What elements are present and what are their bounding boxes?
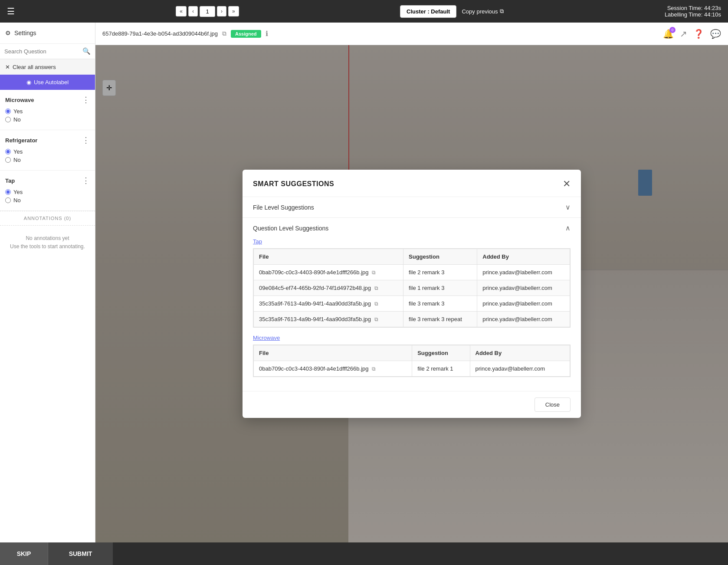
copy-icon-mw1[interactable]: ⧉ (372, 366, 376, 372)
question-level-label: Question Level Suggestions (253, 225, 328, 232)
modal-footer: Close (243, 391, 581, 418)
tap-table-container[interactable]: File Suggestion Added By 0bab709c-c0c3-4… (253, 248, 571, 328)
question-refrigerator-menu[interactable]: ⋮ (82, 135, 90, 145)
modal-close-button[interactable]: ✕ (563, 178, 571, 190)
chat-icon[interactable]: 💬 (710, 29, 721, 39)
bottom-bar: SKIP SUBMIT (0, 542, 728, 565)
tap-row2-addedby: prince.yadav@labellerr.com (477, 280, 570, 296)
question-section-tap: Tap ⋮ Yes No (0, 171, 95, 211)
tap-row4-suggestion: file 3 remark 3 repeat (403, 312, 477, 327)
submit-button[interactable]: SUBMIT (48, 542, 113, 565)
question-section-refrigerator: Refrigerator ⋮ Yes No (0, 130, 95, 171)
copy-icon-4[interactable]: ⧉ (374, 316, 378, 322)
tap-yes-option[interactable]: Yes (5, 189, 90, 195)
settings-icon: ⚙ (5, 30, 11, 36)
modal-overlay: SMART SUGGESTIONS ✕ File Level Suggestio… (95, 45, 728, 542)
tap-col-addedby: Added By (477, 249, 570, 265)
smart-suggestions-modal: SMART SUGGESTIONS ✕ File Level Suggestio… (243, 170, 581, 418)
info-icon[interactable]: ℹ (266, 30, 268, 38)
copy-previous-button[interactable]: Copy previous ⧉ (462, 8, 503, 15)
microwave-subsection-label[interactable]: Microwave (253, 335, 571, 341)
question-tap-menu[interactable]: ⋮ (82, 176, 90, 185)
clear-all-button[interactable]: ✕ Clear all answers (0, 59, 95, 75)
mw-col-addedby: Added By (470, 345, 570, 361)
sidebar: ⚙ Settings 🔍 ✕ Clear all answers ◉ Use A… (0, 23, 95, 542)
tap-no-option[interactable]: No (5, 197, 90, 204)
modal-header: SMART SUGGESTIONS ✕ (243, 170, 581, 197)
modal-body: File Level Suggestions ∨ Question Level … (243, 197, 581, 391)
nav-prev-btn[interactable]: ‹ (188, 6, 198, 16)
notification-icon[interactable]: 🔔 0 (663, 29, 674, 39)
nav-last-btn[interactable]: » (228, 6, 239, 16)
microwave-yes-option[interactable]: Yes (5, 108, 90, 115)
tap-col-suggestion: Suggestion (403, 249, 477, 265)
search-input[interactable] (4, 48, 82, 55)
assigned-badge: Assigned (231, 30, 261, 38)
copy-icon-2[interactable]: ⧉ (374, 285, 378, 291)
copy-icon: ⧉ (500, 8, 504, 15)
question-level-chevron: ∧ (565, 224, 571, 232)
top-bar-left: ☰ (7, 6, 15, 16)
session-info: Session Time: 44:23s Labelling Time: 44:… (665, 5, 721, 18)
annotations-label: ANNOTATIONS (0) (0, 211, 95, 226)
tap-row1-addedby: prince.yadav@labellerr.com (477, 265, 570, 280)
image-area: ✛ SMART SUGGESTIONS ✕ File Level Suggest… (95, 45, 728, 542)
notification-badge: 0 (669, 27, 676, 33)
table-row: 0bab709c-c0c3-4403-890f-a4e1dfff266b.jpg… (254, 265, 570, 280)
refrigerator-no-option[interactable]: No (5, 157, 90, 163)
close-icon: ✕ (5, 64, 10, 70)
microwave-no-option[interactable]: No (5, 116, 90, 123)
nav-first-btn[interactable]: « (176, 6, 187, 16)
question-section-microwave: Microwave ⋮ Yes No (0, 90, 95, 130)
microwave-table-container[interactable]: File Suggestion Added By 0bab709c-c0c3-4… (253, 345, 571, 377)
settings-row[interactable]: ⚙ Settings (0, 23, 95, 44)
close-button[interactable]: Close (535, 397, 571, 412)
file-header: 657de889-79a1-4e3e-b054-ad3d09044b6f.jpg… (95, 23, 728, 45)
question-level-content: Tap File Suggestion Added By (243, 238, 581, 391)
refrigerator-yes-option[interactable]: Yes (5, 148, 90, 155)
file-level-chevron: ∨ (565, 203, 571, 211)
menu-icon[interactable]: ☰ (7, 6, 15, 16)
table-row: 35c35a9f-7613-4a9b-94f1-4aa90dd3fa5b.jpg… (254, 312, 570, 327)
nav-next-btn[interactable]: › (217, 6, 226, 16)
file-level-section-header[interactable]: File Level Suggestions ∨ (243, 197, 581, 218)
top-bar-center: « ‹ › » (176, 6, 239, 17)
no-annotations: No annotations yet Use the tools to star… (0, 226, 95, 260)
help-icon[interactable]: ❓ (693, 29, 704, 39)
mw-row1-file: 0bab709c-c0c3-4403-890f-a4e1dfff266b.jpg… (254, 361, 412, 377)
modal-title: SMART SUGGESTIONS (253, 180, 334, 188)
tap-row4-addedby: prince.yadav@labellerr.com (477, 312, 570, 327)
copy-icon-1[interactable]: ⧉ (372, 269, 376, 276)
file-header-icons: 🔔 0 ↗ ❓ 💬 (663, 29, 721, 39)
table-row: 09e084c5-ef74-465b-92fd-74f1d4972b48.jpg… (254, 280, 570, 296)
cluster-button[interactable]: Cluster : Default (400, 5, 456, 18)
tap-row1-suggestion: file 2 remark 3 (403, 265, 477, 280)
question-level-section-header[interactable]: Question Level Suggestions ∧ (243, 218, 581, 238)
share-icon[interactable]: ↗ (680, 29, 687, 39)
autolabel-icon: ◉ (26, 79, 31, 85)
question-microwave-menu[interactable]: ⋮ (82, 95, 90, 105)
mw-col-file: File (254, 345, 412, 361)
table-row: 0bab709c-c0c3-4403-890f-a4e1dfff266b.jpg… (254, 361, 570, 377)
copy-icon-3[interactable]: ⧉ (374, 301, 378, 307)
search-icon: 🔍 (82, 47, 91, 55)
tap-table: File Suggestion Added By 0bab709c-c0c3-4… (253, 249, 570, 327)
mw-col-suggestion: Suggestion (412, 345, 470, 361)
tap-row1-file: 0bab709c-c0c3-4403-890f-a4e1dfff266b.jpg… (254, 265, 403, 280)
mw-row1-suggestion: file 2 remark 1 (412, 361, 470, 377)
page-number-input[interactable] (200, 6, 215, 17)
table-row: 35c35a9f-7613-4a9b-94f1-4aa90dd3fa5b.jpg… (254, 296, 570, 312)
tap-subsection-label[interactable]: Tap (253, 238, 571, 245)
mw-row1-addedby: prince.yadav@labellerr.com (470, 361, 570, 377)
main-area: 657de889-79a1-4e3e-b054-ad3d09044b6f.jpg… (95, 23, 728, 542)
copy-file-icon[interactable]: ⧉ (222, 30, 226, 37)
top-bar: ☰ « ‹ › » Cluster : Default Copy previou… (0, 0, 728, 23)
microwave-table: File Suggestion Added By 0bab709c-c0c3-4… (253, 345, 570, 377)
tap-row2-file: 09e084c5-ef74-465b-92fd-74f1d4972b48.jpg… (254, 280, 403, 296)
tap-row3-addedby: prince.yadav@labellerr.com (477, 296, 570, 312)
autolabel-button[interactable]: ◉ Use Autolabel (0, 75, 95, 90)
tap-row3-file: 35c35a9f-7613-4a9b-94f1-4aa90dd3fa5b.jpg… (254, 296, 403, 312)
file-level-label: File Level Suggestions (253, 204, 314, 211)
file-name: 657de889-79a1-4e3e-b054-ad3d09044b6f.jpg (102, 30, 218, 37)
skip-button[interactable]: SKIP (0, 542, 48, 565)
